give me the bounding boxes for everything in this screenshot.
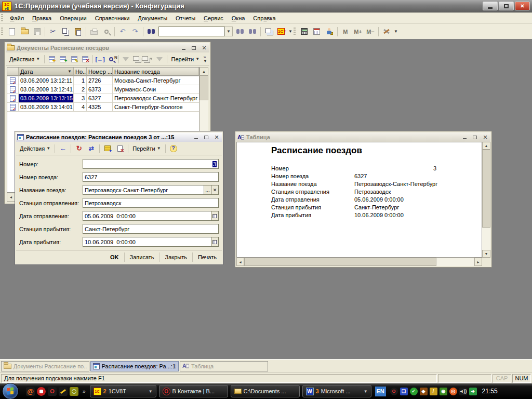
dialog-actions-button[interactable]: Действия▼ (17, 144, 53, 153)
quicklaunch-browser-icon[interactable] (37, 387, 46, 396)
find-button[interactable] (145, 26, 157, 37)
reread-button[interactable]: ↻ (73, 143, 85, 154)
find-by-number-button[interactable]: N (105, 54, 116, 65)
menu-windows[interactable]: Окна (228, 14, 249, 23)
menu-service[interactable]: Сервис (200, 14, 228, 23)
scroll-left-icon[interactable]: ◄ (7, 193, 15, 202)
table-row[interactable]: 03.06.2009 13:12:41 2 6373 Мурманск-Сочи (7, 85, 199, 94)
opera-tray-icon[interactable]: O (390, 388, 398, 395)
add-button[interactable]: ✦ (46, 54, 57, 65)
number-field[interactable]: 3 (83, 159, 219, 169)
tools-dropdown-arrow[interactable]: ▼ (394, 29, 398, 34)
quicklaunch-punto-icon[interactable] (59, 387, 68, 396)
dialog-minimize-button[interactable] (192, 134, 200, 141)
quicklaunch-mail-agent-icon[interactable]: @ (26, 387, 35, 396)
menubar-grip[interactable] (1, 14, 3, 22)
tab-document[interactable]: Расписание поездов: Ра...:15 (90, 361, 179, 371)
tablewin-close-button[interactable]: ✕ (481, 134, 489, 141)
group-dropdown-arrow[interactable]: ▼ (364, 389, 368, 394)
write-button[interactable]: Записать (125, 252, 160, 262)
header-train[interactable]: Номер ... (87, 68, 113, 76)
start-button[interactable] (2, 383, 19, 399)
find-prev-button[interactable] (246, 26, 259, 37)
doclist-toolbar-overflow[interactable]: »▼ (202, 56, 208, 63)
calculator-button[interactable] (298, 26, 311, 37)
add-copy-button[interactable]: + (58, 54, 69, 65)
doclist-goto-button[interactable]: Перейти▼ (169, 55, 203, 63)
tab-table[interactable]: A Таблица (180, 361, 268, 371)
delete-button[interactable]: ✕ (79, 54, 90, 65)
tab-doclist[interactable]: Документы Расписание по... (1, 361, 89, 371)
tablewin-titlebar[interactable]: A Таблица ✕ (236, 132, 490, 142)
taskbar-button-vkontakte[interactable]: O В Контакте | В... (159, 385, 228, 397)
usb-eject-tray-icon[interactable]: ➔ (469, 388, 477, 395)
scroll-up-icon[interactable]: ▲ (200, 67, 208, 75)
header-name[interactable]: Название поезда (113, 68, 199, 76)
windows-list-button[interactable] (262, 26, 275, 37)
copy-button[interactable] (59, 26, 72, 37)
vscroll-thumb[interactable] (200, 75, 208, 100)
train-number-field[interactable]: 6327 (83, 172, 219, 182)
arrive-date-field[interactable]: 10.06.2009 0:00:00 (83, 237, 211, 247)
depart-station-field[interactable]: Петрозаводск (83, 198, 219, 208)
menu-reports[interactable]: Отчеты (171, 14, 200, 23)
calendar-button[interactable] (311, 26, 323, 37)
header-date[interactable]: Дата▼ (19, 68, 74, 76)
scroll-left-icon[interactable]: ◄ (236, 258, 244, 266)
doclist-titlebar[interactable]: Документы Расписание поездов ✕ (6, 43, 209, 52)
network-tray-icon[interactable]: ❏ (400, 388, 408, 395)
help-dropdown-arrow[interactable]: ▼ (288, 29, 292, 34)
1c-help-button[interactable]: 1C? (275, 26, 287, 37)
clear-button[interactable]: ✕ (211, 185, 219, 195)
toolbar-grip[interactable] (1, 28, 3, 36)
table-row-selected[interactable]: 03.06.2009 13:13:15 3 6327 Петрозаводск-… (7, 94, 199, 103)
doclist-maximize-button[interactable] (190, 44, 198, 51)
train-name-field[interactable]: Петрозаводск-Санкт-Петербург (83, 185, 204, 195)
depart-date-field[interactable]: 05.06.2009 0:00:00 (83, 211, 211, 221)
menu-help[interactable]: Справка (249, 14, 280, 23)
new-document-button[interactable] (6, 26, 18, 37)
language-indicator[interactable]: EN (375, 387, 386, 396)
tablewin-maximize-button[interactable] (471, 134, 479, 141)
close-doc-button[interactable]: Закрыть (160, 252, 193, 262)
dialog-titlebar[interactable]: Расписание поездов: Расписание поездов 3… (16, 132, 222, 142)
download-manager-tray-icon[interactable]: ◎ (449, 388, 457, 395)
tablewin-minimize-button[interactable] (460, 134, 469, 141)
arrive-station-field[interactable]: Санкт-Петербург (83, 224, 219, 234)
find-next-button[interactable] (234, 26, 246, 37)
tools-button[interactable] (380, 26, 393, 37)
tablewin-vscrollbar[interactable]: ▲ ▼ (482, 142, 490, 258)
doclist-minimize-button[interactable] (179, 44, 188, 51)
copy-structure-button[interactable]: ⇄ (85, 143, 98, 154)
hscroll-thumb[interactable] (244, 258, 436, 266)
taskbar-button-explorer[interactable]: C:\Documents ... (231, 385, 300, 397)
open-button[interactable] (18, 26, 31, 37)
taskbar-clock[interactable]: 21:55 (482, 388, 498, 395)
print-doc-button[interactable]: Печать (193, 252, 222, 262)
group-dropdown-arrow[interactable]: ▼ (149, 389, 153, 394)
redo-button[interactable]: ↷ (129, 26, 141, 37)
dialog-close-button[interactable]: ✕ (212, 134, 221, 141)
nvidia-tray-icon[interactable]: ◉ (440, 388, 447, 395)
scroll-up-icon[interactable]: ▲ (482, 142, 490, 150)
vscroll-thumb[interactable] (482, 150, 490, 228)
quicklaunch-opera-icon[interactable]: O (48, 387, 57, 396)
edit-button[interactable]: ✎ (69, 54, 79, 65)
choose-button[interactable]: … (204, 185, 211, 195)
table-row[interactable]: 03.06.2009 13:14:01 4 4325 Санкт-Петербу… (7, 103, 199, 112)
audio-horn-tray-icon[interactable]: ◆ (420, 388, 428, 395)
calendar-picker-button[interactable] (211, 237, 219, 247)
dialog-goto-button[interactable]: Перейти▼ (130, 144, 164, 153)
menu-documents[interactable]: Документы (134, 14, 171, 23)
doclist-close-button[interactable]: ✕ (200, 44, 208, 51)
minimize-button[interactable] (483, 2, 498, 10)
calendar-picker-button[interactable] (211, 211, 219, 221)
scroll-down-icon[interactable]: ▼ (482, 250, 490, 258)
dialog-maximize-button[interactable] (202, 134, 210, 141)
toolbar-grip-2[interactable] (294, 28, 296, 36)
cut-button[interactable]: ✂ (47, 26, 59, 37)
punto-tray-icon[interactable]: / (430, 388, 437, 395)
taskbar-button-1c[interactable]: 1C 2 1CV8T ▼ (90, 385, 156, 397)
restore-button[interactable] (499, 2, 514, 10)
undo-button[interactable]: ↶ (116, 26, 129, 37)
